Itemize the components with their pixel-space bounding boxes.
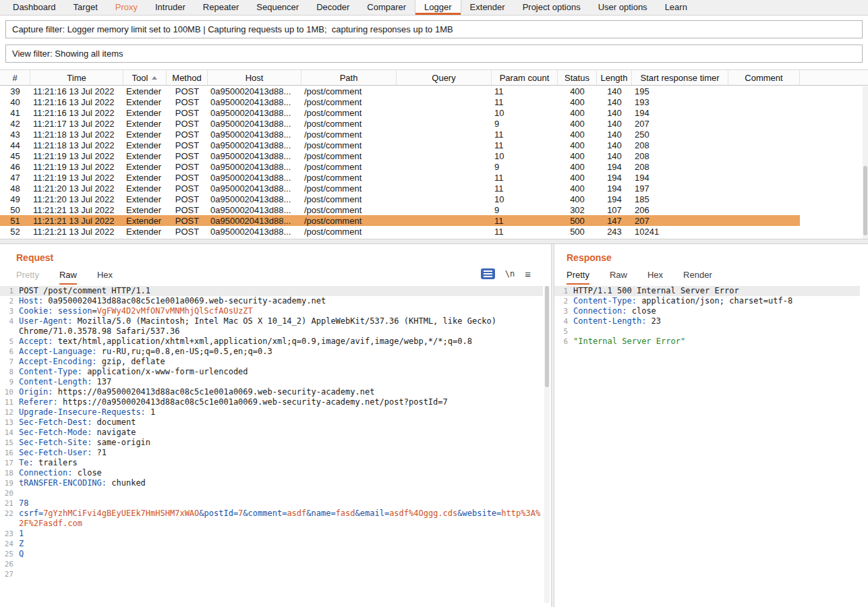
menu-icon[interactable]: ≡ bbox=[525, 269, 531, 279]
cell-time: 11:21:19 13 Jul 2022 bbox=[30, 151, 123, 161]
cell-time: 11:21:19 13 Jul 2022 bbox=[30, 173, 123, 183]
column-header-param-count[interactable]: Param count bbox=[492, 70, 558, 85]
line-content: Origin: https://0a9500020413d88ac08c5c1e… bbox=[19, 387, 543, 397]
line-number: 26 bbox=[0, 559, 19, 569]
cell-param-count: 10 bbox=[492, 151, 558, 161]
request-editor-line: 17Te: trailers bbox=[0, 458, 543, 468]
table-row[interactable]: 4911:21:20 13 Jul 2022ExtenderPOST0a9500… bbox=[0, 194, 800, 204]
tab-user-options[interactable]: User options bbox=[589, 0, 656, 15]
line-number: 20 bbox=[0, 488, 19, 498]
newline-toggle-icon[interactable]: \n bbox=[505, 269, 515, 279]
tab-project-options[interactable]: Project options bbox=[514, 0, 589, 15]
cell-start-response-timer: 194 bbox=[632, 173, 728, 183]
tab-target[interactable]: Target bbox=[65, 0, 107, 15]
response-editor-line: 3Connection: close bbox=[554, 306, 860, 316]
response-editor-line: 6"Internal Server Error" bbox=[554, 337, 860, 347]
request-editor-line: 19tRANSFER-ENCODING: chunked bbox=[0, 478, 543, 488]
response-editor[interactable]: 1HTTP/1.1 500 Internal Server Error2Cont… bbox=[554, 286, 860, 603]
column-header-comment[interactable]: Comment bbox=[728, 70, 800, 85]
cell-time: 11:21:20 13 Jul 2022 bbox=[30, 183, 123, 194]
capture-filter-bar[interactable]: Capture filter: Logger memory limit set … bbox=[5, 20, 863, 38]
sort-ascending-icon bbox=[152, 76, 157, 80]
table-row[interactable]: 5211:21:21 13 Jul 2022ExtenderPOST0a9500… bbox=[0, 226, 800, 237]
cell-method: POST bbox=[167, 151, 208, 161]
cell-param-count: 9 bbox=[492, 119, 558, 129]
cell-length: 140 bbox=[597, 108, 632, 118]
table-row[interactable]: 4811:21:20 13 Jul 2022ExtenderPOST0a9500… bbox=[0, 183, 800, 194]
line-number: 25 bbox=[0, 549, 19, 559]
tab-proxy[interactable]: Proxy bbox=[107, 0, 146, 15]
tab-comparer[interactable]: Comparer bbox=[358, 0, 415, 15]
request-editor-line: 7Accept-Encoding: gzip, deflate bbox=[0, 357, 543, 367]
response-tab-pretty[interactable]: Pretty bbox=[567, 270, 589, 285]
request-tab-raw[interactable]: Raw bbox=[59, 270, 77, 285]
line-number: 12 bbox=[0, 407, 19, 417]
wrap-toggle-icon[interactable] bbox=[481, 268, 495, 279]
line-number: 4 bbox=[554, 316, 573, 326]
request-tab-pretty[interactable]: Pretty bbox=[16, 270, 39, 285]
table-row[interactable]: 4511:21:19 13 Jul 2022ExtenderPOST0a9500… bbox=[0, 150, 800, 161]
cell-length: 140 bbox=[597, 119, 632, 129]
table-row[interactable]: 4211:21:17 13 Jul 2022ExtenderPOST0a9500… bbox=[0, 118, 800, 129]
tab-dashboard[interactable]: Dashboard bbox=[4, 0, 65, 15]
table-row-selected[interactable]: 5111:21:21 13 Jul 2022ExtenderPOST0a9500… bbox=[0, 215, 800, 226]
request-tab-hex[interactable]: Hex bbox=[97, 270, 113, 285]
request-editor-line: 9Content-Length: 137 bbox=[0, 377, 543, 387]
request-editor-scrollbar-thumb[interactable] bbox=[545, 286, 549, 387]
table-row[interactable]: 4611:21:19 13 Jul 2022ExtenderPOST0a9500… bbox=[0, 161, 800, 172]
line-number: 4 bbox=[0, 316, 19, 337]
table-scrollbar-thumb[interactable] bbox=[863, 166, 867, 236]
column-header-time[interactable]: Time bbox=[30, 70, 123, 85]
line-number: 27 bbox=[0, 569, 19, 579]
table-row[interactable]: 4311:21:18 13 Jul 2022ExtenderPOST0a9500… bbox=[0, 129, 800, 140]
column-header-status[interactable]: Status bbox=[558, 70, 597, 85]
response-tab-raw[interactable]: Raw bbox=[610, 270, 627, 285]
request-editor-line: 16Sec-Fetch-User: ?1 bbox=[0, 448, 543, 458]
cell-tool: Extender bbox=[123, 119, 167, 129]
column-header-query[interactable]: Query bbox=[397, 70, 492, 85]
response-tab-render[interactable]: Render bbox=[683, 270, 712, 285]
tab-intruder[interactable]: Intruder bbox=[146, 0, 194, 15]
column-header-host[interactable]: Host bbox=[208, 70, 301, 85]
cell--: 50 bbox=[0, 205, 30, 215]
cell-start-response-timer: 10241 bbox=[632, 227, 728, 237]
table-row[interactable]: 4011:21:16 13 Jul 2022ExtenderPOST0a9500… bbox=[0, 96, 800, 107]
column-header-length[interactable]: Length bbox=[597, 70, 632, 85]
request-editor-line: 24Z bbox=[0, 539, 543, 549]
cell-method: POST bbox=[167, 119, 208, 129]
request-editor[interactable]: 1POST /post/comment HTTP/1.12Host: 0a950… bbox=[0, 286, 543, 603]
column-header-start-response-timer[interactable]: Start response timer bbox=[632, 70, 728, 85]
column-header-path[interactable]: Path bbox=[301, 70, 397, 85]
tab-extender[interactable]: Extender bbox=[461, 0, 514, 15]
line-number: 1 bbox=[0, 286, 19, 296]
column-header--[interactable]: # bbox=[0, 70, 30, 85]
cell-param-count: 9 bbox=[492, 162, 558, 172]
table-scrollbar[interactable] bbox=[863, 86, 868, 239]
line-content bbox=[573, 326, 860, 337]
horizontal-splitter[interactable] bbox=[0, 239, 868, 244]
column-header-tool[interactable]: Tool bbox=[123, 70, 167, 85]
tab-logger[interactable]: Logger bbox=[415, 0, 461, 15]
tab-learn[interactable]: Learn bbox=[656, 0, 696, 15]
table-row[interactable]: 3911:21:16 13 Jul 2022ExtenderPOST0a9500… bbox=[0, 86, 800, 96]
cell-tool: Extender bbox=[123, 86, 167, 96]
view-filter-bar[interactable]: View filter: Showing all items bbox=[5, 45, 863, 63]
request-editor-line: 231 bbox=[0, 529, 543, 539]
cell-host: 0a9500020413d88... bbox=[208, 119, 301, 129]
tab-decoder[interactable]: Decoder bbox=[308, 0, 358, 15]
cell-host: 0a9500020413d88... bbox=[208, 227, 301, 237]
response-tab-hex[interactable]: Hex bbox=[647, 270, 663, 285]
line-number: 3 bbox=[0, 306, 19, 316]
cell-path: /post/comment bbox=[301, 108, 397, 118]
table-row[interactable]: 5011:21:21 13 Jul 2022ExtenderPOST0a9500… bbox=[0, 204, 800, 215]
tab-sequencer[interactable]: Sequencer bbox=[248, 0, 308, 15]
column-header-method[interactable]: Method bbox=[167, 70, 208, 85]
table-row[interactable]: 4111:21:16 13 Jul 2022ExtenderPOST0a9500… bbox=[0, 107, 800, 118]
table-row[interactable]: 4411:21:18 13 Jul 2022ExtenderPOST0a9500… bbox=[0, 140, 800, 150]
line-content: Referer: https://0a9500020413d88ac08c5c1… bbox=[19, 397, 543, 407]
line-number: 5 bbox=[554, 326, 573, 337]
cell-param-count: 9 bbox=[492, 205, 558, 215]
request-editor-scrollbar[interactable] bbox=[544, 286, 550, 603]
tab-repeater[interactable]: Repeater bbox=[194, 0, 248, 15]
table-row[interactable]: 4711:21:19 13 Jul 2022ExtenderPOST0a9500… bbox=[0, 172, 800, 183]
